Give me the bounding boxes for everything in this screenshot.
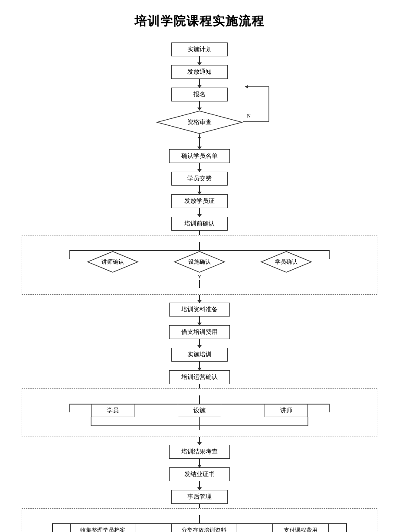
lecturer-confirm-col: 讲师确认 — [87, 251, 139, 273]
arrow5 — [199, 163, 200, 172]
step13-rect: 培训结果考查 — [169, 445, 230, 459]
step12c-rect: 讲师 — [265, 404, 308, 417]
center-drop — [199, 242, 200, 251]
conn-to-post — [199, 504, 200, 508]
step12-rect: 培训运营确认 — [169, 370, 230, 384]
confirm-dashed-section: 讲师确认 设施确认 Y — [22, 235, 377, 295]
y-line — [199, 280, 200, 288]
ops-dashed-section: 学员 设施 讲师 — [22, 388, 377, 437]
student-confirm-col: 学员确认 — [260, 251, 312, 273]
step15a-rect: 收集整理学员档案 — [70, 524, 135, 532]
ops-left-drop — [69, 404, 70, 412]
y-connector: Y — [198, 273, 202, 288]
ops-right-drop — [329, 404, 330, 412]
step1-rect: 实施计划 — [171, 42, 228, 56]
step8b-label: 设施确认 — [188, 258, 211, 266]
post-dashed-section: 收集整理学员档案 分类存放培训资料 支付课程费用 — [22, 508, 377, 532]
three-post-rects: 收集整理学员档案 分类存放培训资料 支付课程费用 — [52, 524, 347, 532]
page-title: 培训学院课程实施流程 — [17, 13, 382, 29]
step15b-rect: 分类存放培训资料 — [171, 524, 236, 532]
conn-to-ops — [199, 384, 200, 388]
arrow8 — [199, 295, 200, 303]
flowchart: 实施计划 发放通知 报名 资格审查 N Y 确认学员名 — [17, 42, 382, 532]
arrow1 — [199, 56, 200, 65]
step10-rect: 借支培训费用 — [169, 325, 230, 339]
ops-top-h — [69, 395, 330, 404]
ops-join — [69, 417, 330, 430]
arrow2 — [199, 79, 200, 88]
ops-center-drop — [199, 395, 200, 404]
confirm-branches: 讲师确认 设施确认 Y — [31, 242, 368, 288]
arrow14 — [199, 481, 200, 490]
left-drop — [69, 250, 70, 259]
right-drop — [329, 250, 330, 259]
arrow13 — [199, 459, 200, 467]
step8a-diamond: 讲师确认 — [87, 251, 139, 273]
step8b-diamond: 设施确认 — [173, 251, 226, 273]
arrow7 — [199, 208, 200, 217]
step11-rect: 实施培训 — [171, 348, 228, 362]
step3-container: 报名 — [171, 88, 228, 101]
post-center-drop — [199, 515, 200, 524]
step8b-y: Y — [198, 274, 202, 280]
step5-rect: 确认学员名单 — [169, 149, 230, 163]
top-h-line — [69, 242, 330, 251]
post-top-h — [52, 515, 347, 524]
step4-diamond-container: 资格审查 N Y — [156, 110, 243, 134]
post-right-drop — [346, 523, 347, 532]
step3-rect: 报名 — [171, 88, 228, 101]
step8a-label: 讲师确认 — [101, 258, 124, 266]
step15-rect: 事后管理 — [171, 490, 228, 504]
ops-h-bar — [69, 404, 330, 405]
arrow9 — [199, 317, 200, 325]
step4-label: 资格审查 — [187, 118, 212, 126]
arrow11 — [199, 362, 200, 370]
conn-line — [199, 231, 200, 235]
arrow3 — [199, 101, 200, 110]
arrow12 — [199, 437, 200, 445]
feedback-svg — [243, 82, 373, 139]
step8c-diamond: 学员确认 — [260, 251, 312, 273]
post-left-drop — [52, 523, 53, 532]
ops-join-svg — [69, 417, 330, 430]
step7-rect: 发放学员证 — [171, 194, 228, 208]
step14-rect: 发结业证书 — [169, 467, 230, 481]
step6-rect: 学员交费 — [171, 172, 228, 186]
step15c-rect: 支付课程费用 — [272, 524, 329, 532]
facility-confirm-col: 设施确认 Y — [173, 251, 226, 288]
step9-rect: 培训资料准备 — [169, 303, 230, 317]
arrow6 — [199, 186, 200, 194]
step8c-label: 学员确认 — [275, 258, 298, 266]
post-h-bar — [52, 523, 347, 524]
three-ops-rects: 学员 设施 讲师 — [69, 404, 330, 417]
step2-rect: 发放通知 — [171, 65, 228, 79]
three-diamonds: 讲师确认 设施确认 Y — [69, 251, 330, 288]
step12a-rect: 学员 — [91, 404, 134, 417]
arrow10 — [199, 339, 200, 348]
connector-to-dashed — [22, 231, 377, 235]
step8-rect: 培训前确认 — [171, 217, 228, 231]
step12b-rect: 设施 — [178, 404, 221, 417]
arrow4 — [199, 134, 200, 149]
svg-marker-4 — [245, 85, 248, 88]
